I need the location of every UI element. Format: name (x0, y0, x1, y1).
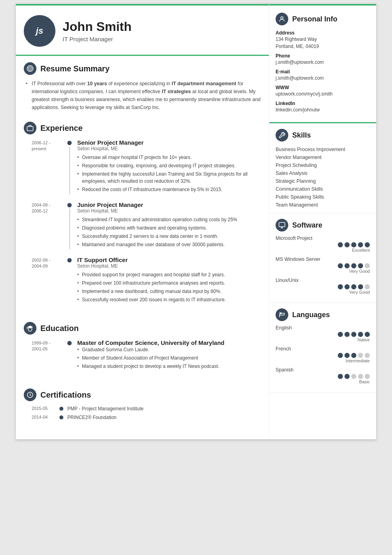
list-item: Provided support for project managers an… (77, 271, 261, 278)
list-item: Graduated Summa Cum Laude. (77, 346, 261, 353)
cert-name: PRINCE2® Foundation (67, 415, 261, 420)
svg-point-6 (281, 17, 283, 19)
personal-info-title: Personal Info (292, 15, 337, 23)
dot-empty (365, 263, 370, 268)
wrench-icon (278, 132, 285, 139)
experience-section: Experience 2006-12 -present Senior Proje… (16, 115, 269, 316)
list-item: Successfully migrated 2 servers to a new… (77, 233, 261, 240)
list-item: MS Windows Server Very Good (276, 256, 370, 274)
skills-section: Skills Business Process Improvement Vend… (269, 123, 376, 213)
lang-rating: Basic (276, 379, 370, 384)
list-item: Strategic Planning (276, 177, 370, 185)
avatar: js (24, 15, 55, 47)
experience-timeline: 2006-12 -present Senior Project Manager … (24, 139, 261, 304)
list-item: English Native (276, 325, 370, 342)
cert-name: PMP - Project Management Institute (67, 406, 261, 411)
linkedin-value: linkedin.com/johnutw (276, 106, 370, 113)
job-bullets: Streamlined IT logistics and administrat… (77, 216, 261, 248)
dot-filled (365, 332, 370, 337)
list-item: Communication Skills (276, 185, 370, 193)
dot-empty (358, 353, 363, 358)
dot-filled (338, 353, 343, 358)
linkedin-label: LinkedIn (276, 101, 370, 106)
edu-degree: Master of Computer Science, University o… (77, 339, 261, 346)
dot-filled (344, 284, 350, 289)
monitor-icon (278, 222, 285, 229)
job-date: 2004-09 -2006-12 (32, 201, 67, 249)
table-row: 2002-08 -2004-09 IT Support Officer Seto… (32, 256, 261, 304)
phone-field: Phone j.smith@uptowork.com (276, 53, 370, 66)
education-section: Education 1999-09 -2001-05 Master of Com… (16, 316, 269, 382)
dot-filled (351, 242, 356, 247)
software-section: Software Microsoft Project Excellent MS … (269, 213, 376, 303)
languages-header: Languages (276, 308, 370, 321)
cert-date: 2014-04 (32, 415, 59, 420)
flag-icon (278, 311, 285, 318)
address-value: 134 Rightward WayPortland, ME, 04019 (276, 36, 370, 50)
list-item: Diagnosed problems with hardware and ope… (77, 224, 261, 232)
list-item: Streamlined IT logistics and administrat… (77, 216, 261, 223)
job-title: IT Support Officer (77, 256, 261, 263)
dot-filled (351, 332, 356, 337)
experience-icon (24, 122, 36, 134)
dot-filled (358, 284, 363, 289)
dot-filled (358, 263, 363, 268)
list-item: Microsoft Project Excellent (276, 235, 370, 253)
list-item: Linux/Unix Very Good (276, 278, 370, 295)
summary-icon (24, 62, 36, 75)
timeline-dot (59, 407, 63, 411)
software-title: Software (292, 221, 322, 230)
header-text: John Smith IT Project Manager (63, 19, 131, 42)
experience-title: Experience (40, 124, 83, 133)
list-item: Project Scheduling (276, 161, 370, 169)
job-bullets: Provided support for project managers an… (77, 271, 261, 303)
dot-empty (365, 353, 370, 358)
software-name: Microsoft Project (276, 235, 370, 241)
dot-filled (338, 284, 343, 289)
dot-filled (338, 263, 343, 268)
software-rating: Very Good (276, 269, 370, 274)
edu-date: 1999-09 -2001-05 (32, 339, 67, 371)
job-company: Seton Hospital, ME (77, 208, 261, 214)
dot-filled (338, 332, 343, 337)
job-content: Senior Project Manager Seton Hospital, M… (77, 139, 261, 194)
education-icon (24, 322, 36, 335)
email-value: j.smith@uptowork.com (276, 75, 370, 82)
dots-row (276, 284, 370, 289)
www-value: uptowork.com/mycv/j.smith (276, 90, 370, 98)
list-item: Sales Analysis (276, 169, 370, 177)
software-rating: Excellent (276, 248, 370, 253)
skills-title: Skills (292, 131, 311, 140)
list-item: Responsible for creating, improving, and… (77, 162, 261, 169)
summary-title: Resume Summary (40, 64, 110, 73)
software-icon (276, 219, 288, 232)
dots-row (276, 374, 370, 379)
dots-row (276, 263, 370, 268)
job-content: IT Support Officer Seton Hospital, ME Pr… (77, 256, 261, 304)
list-item: Reduced the costs of IT infrastructure m… (77, 186, 261, 193)
table-row: 2006-12 -present Senior Project Manager … (32, 139, 261, 194)
address-label: Address (276, 30, 370, 36)
dot-empty (365, 284, 370, 289)
languages-section: Languages English Native French (269, 303, 376, 392)
dot-filled (358, 242, 363, 247)
job-company: Seton Hospital, ME (77, 263, 261, 269)
lang-name: Spanish (276, 367, 370, 373)
timeline-dot (67, 141, 72, 145)
list-item: Public Speaking Skills (276, 193, 370, 201)
list-item: Business Process Improvement (276, 145, 370, 153)
dot-filled (338, 242, 343, 247)
personal-info-header-row: Personal Info (276, 13, 370, 25)
email-field: E-mail j.smith@uptowork.com (276, 69, 370, 82)
job-bullets: Oversaw all major hospital IT projects f… (77, 154, 261, 193)
table-row: 2015-05 PMP - Project Management Institu… (32, 406, 261, 411)
software-name: Linux/Unix (276, 278, 370, 283)
dot-filled (344, 374, 350, 379)
certificate-icon (27, 391, 34, 398)
skills-icon (276, 129, 288, 142)
summary-list: IT Professional with over 10 years of ex… (24, 80, 261, 111)
list-item: Member of Student Association of Project… (77, 354, 261, 362)
education-title: Education (40, 324, 79, 333)
edu-bullets: Graduated Summa Cum Laude. Member of Stu… (77, 346, 261, 370)
dot-filled (344, 242, 350, 247)
